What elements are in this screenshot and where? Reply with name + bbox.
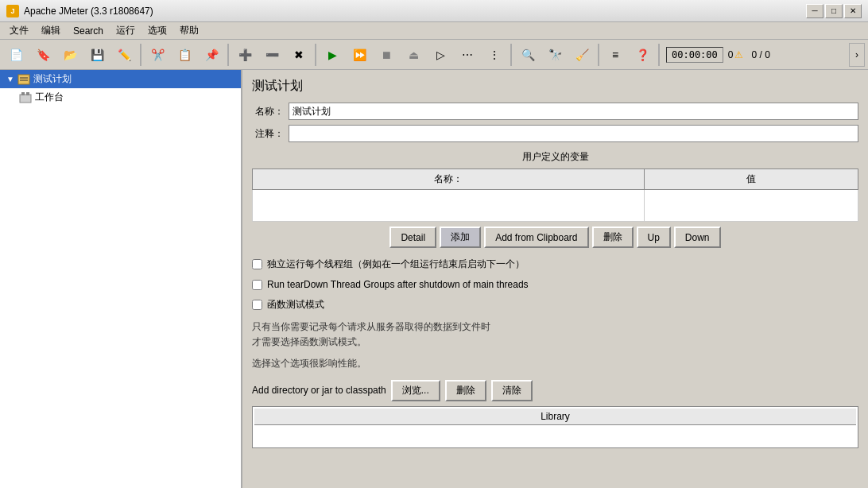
delete-cp-button[interactable]: 删除	[445, 380, 486, 401]
vars-buttons: Detail 添加 Add from Clipboard 删除 Up Down	[252, 227, 858, 248]
right-panel: 测试计划 名称： 注释： 用户定义的变量 名称： 值	[242, 70, 868, 488]
comment-label: 注释：	[252, 127, 284, 141]
toggle-button[interactable]: ▷	[428, 43, 453, 67]
paste-button[interactable]: 📌	[199, 43, 224, 67]
toolbar: 📄 🔖 📂 💾 ✏️ ✂️ 📋 📌 ➕ ➖ ✖ ▶ ⏩ ⏹ ⏏ ▷ ⋯ ⋮ 🔍 …	[0, 40, 868, 70]
desc-line-2: 才需要选择函数测试模式。	[252, 335, 858, 350]
tree-item-workbench[interactable]: 工作台	[0, 88, 241, 107]
broom-button[interactable]: 🧹	[569, 43, 595, 67]
vars-table: 名称： 值	[252, 168, 858, 222]
description-performance: 选择这个选项很影响性能。	[252, 356, 858, 371]
stop-button[interactable]: ⏹	[374, 43, 399, 67]
vars-col-name: 名称：	[253, 169, 645, 190]
svg-rect-0	[18, 75, 29, 84]
description: 只有当你需要记录每个请求从服务器取得的数据到文件时 才需要选择函数测试模式。	[252, 320, 858, 350]
var-name-cell	[253, 190, 645, 222]
detail-button[interactable]: Detail	[389, 227, 436, 248]
checkbox-row-3: 函数测试模式	[252, 296, 858, 313]
checkbox-row-1: 独立运行每个线程组（例如在一个组运行结束后启动下一个）	[252, 256, 858, 273]
classpath-label: Add directory or jar to classpath	[252, 385, 386, 396]
name-input[interactable]	[289, 103, 858, 120]
cut-button[interactable]: ✂️	[145, 43, 170, 67]
help-btn[interactable]: ❓	[630, 43, 655, 67]
menu-bar: 文件 编辑 Search 运行 选项 帮助	[0, 22, 868, 40]
menu-help[interactable]: 帮助	[173, 22, 205, 39]
clear-cp-button[interactable]: 清除	[491, 380, 533, 401]
start-no-pause-button[interactable]: ⏩	[347, 43, 372, 67]
open-button[interactable]: 📂	[57, 43, 83, 67]
warning-icon: ⚠	[734, 49, 743, 60]
separator-2	[227, 44, 229, 66]
svg-rect-3	[20, 95, 31, 103]
save-button[interactable]: 💾	[84, 43, 110, 67]
menu-run[interactable]: 运行	[110, 22, 141, 39]
delete-var-button[interactable]: 删除	[592, 227, 634, 248]
shutdown-button[interactable]: ⏏	[401, 43, 426, 67]
separator-5	[598, 44, 599, 66]
svg-rect-4	[21, 92, 25, 95]
up-button[interactable]: Up	[637, 227, 671, 248]
name-row: 名称：	[252, 103, 858, 120]
browse-button[interactable]: 浏览...	[391, 380, 440, 401]
menu-search[interactable]: Search	[67, 24, 110, 38]
add-var-button[interactable]: 添加	[440, 227, 481, 248]
list-button[interactable]: ≡	[603, 43, 628, 67]
main-area: ▼ 测试计划 工作台 测试计划	[0, 70, 868, 488]
workbench-icon	[19, 91, 32, 104]
menu-options[interactable]: 选项	[141, 22, 173, 39]
checkbox-independent-threads[interactable]	[252, 259, 262, 269]
save-test-button[interactable]: ✏️	[111, 43, 137, 67]
comment-input[interactable]	[289, 125, 858, 142]
dots2-button[interactable]: ⋮	[482, 43, 507, 67]
menu-file[interactable]: 文件	[3, 22, 35, 39]
library-row	[254, 427, 856, 446]
vars-section: 用户定义的变量 名称： 值	[252, 150, 858, 222]
checkbox-teardown[interactable]	[252, 280, 262, 290]
find-button[interactable]: 🔭	[542, 43, 568, 67]
open-templates-button[interactable]: 🔖	[30, 43, 56, 67]
var-value-cell	[644, 190, 858, 222]
copy-button[interactable]: 📋	[172, 43, 197, 67]
separator-1	[140, 44, 141, 66]
classpath-section: Add directory or jar to classpath 浏览... …	[252, 380, 858, 448]
warning-count: 0	[728, 49, 734, 60]
library-table: Library	[252, 406, 858, 448]
checkbox-2-label: Run tearDown Thread Groups after shutdow…	[267, 279, 529, 290]
menu-edit[interactable]: 编辑	[35, 22, 67, 39]
classpath-row: Add directory or jar to classpath 浏览... …	[252, 380, 858, 401]
add-from-clipboard-button[interactable]: Add from Clipboard	[484, 227, 588, 248]
vars-col-value: 值	[644, 169, 858, 190]
close-button[interactable]: ✕	[844, 4, 862, 18]
new-button[interactable]: 📄	[3, 43, 29, 67]
separator-6	[658, 44, 660, 66]
add-button[interactable]: ➕	[232, 43, 258, 67]
checkbox-3-label: 函数测试模式	[267, 298, 324, 312]
clear-button[interactable]: ✖	[286, 43, 312, 67]
expand-icon: ▼	[5, 74, 16, 85]
panel-title: 测试计划	[252, 78, 858, 95]
minimize-button[interactable]: ─	[806, 4, 823, 18]
vars-title: 用户定义的变量	[252, 150, 858, 164]
left-panel: ▼ 测试计划 工作台	[0, 70, 242, 488]
counter-display: 0 ⚠	[725, 48, 747, 62]
separator-3	[315, 44, 316, 66]
start-button[interactable]: ▶	[320, 43, 345, 67]
checkbox-row-2: Run tearDown Thread Groups after shutdow…	[252, 277, 858, 292]
library-col: Library	[254, 409, 856, 425]
tree-item-test-plan[interactable]: ▼ 测试计划	[0, 70, 241, 88]
maximize-button[interactable]: □	[825, 4, 843, 18]
workbench-label: 工作台	[35, 91, 64, 104]
run-ratio: 0 / 0	[748, 48, 773, 62]
checkbox-func-mode[interactable]	[252, 300, 262, 310]
remove-button[interactable]: ➖	[259, 43, 285, 67]
down-button[interactable]: Down	[674, 227, 721, 248]
desc-line-3: 选择这个选项很影响性能。	[252, 356, 858, 371]
desc-line-1: 只有当你需要记录每个请求从服务器取得的数据到文件时	[252, 320, 858, 335]
dots-button[interactable]: ⋯	[455, 43, 480, 67]
search-btn[interactable]: 🔍	[515, 43, 541, 67]
svg-rect-5	[26, 92, 29, 95]
table-row	[253, 190, 858, 222]
toolbar-scroll-right[interactable]: ›	[849, 43, 865, 67]
comment-row: 注释：	[252, 125, 858, 142]
window-title: Apache JMeter (3.3 r1808647)	[24, 6, 806, 17]
